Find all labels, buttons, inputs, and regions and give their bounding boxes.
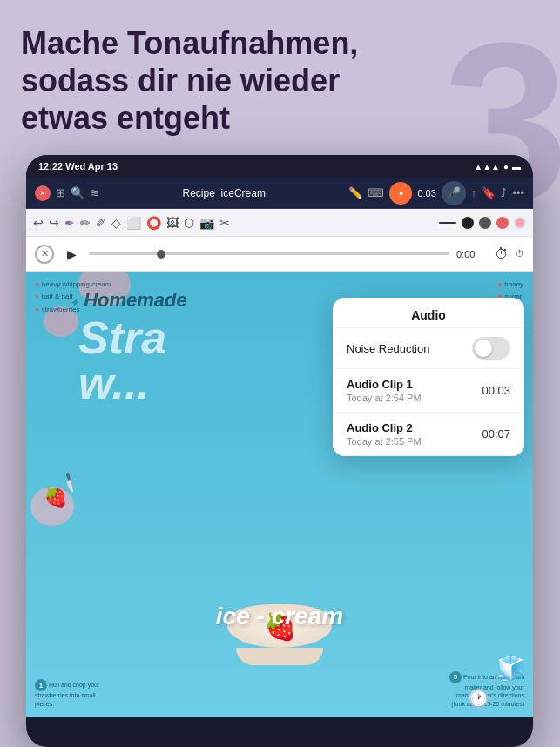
main-content: ● heavy whipping cream ● half & half ● s… bbox=[26, 272, 533, 717]
large-title-text: Straw... bbox=[78, 315, 166, 406]
crop-icon[interactable]: ✂ bbox=[219, 216, 230, 230]
camera-icon[interactable]: 📷 bbox=[199, 216, 214, 230]
clip-2-name: Audio Clip 2 bbox=[347, 421, 422, 434]
clip-1-duration: 00:03 bbox=[482, 384, 510, 397]
color-pink-active[interactable] bbox=[514, 217, 526, 229]
mic-button[interactable]: 🎤 bbox=[442, 181, 466, 205]
clip-2-time: Today at 2:55 PM bbox=[347, 436, 422, 447]
status-bar: 12:22 Wed Apr 13 ▲▲▲ ● ▬ bbox=[26, 155, 533, 178]
clip-1-info: Audio Clip 1 Today at 2:54 PM bbox=[347, 378, 422, 403]
redo-icon[interactable]: ↪ bbox=[49, 216, 59, 230]
wifi-icon: ● bbox=[503, 162, 509, 172]
image-icon[interactable]: 🖼 bbox=[166, 216, 179, 230]
lasso-icon[interactable]: ⭕ bbox=[146, 216, 161, 230]
noise-reduction-toggle[interactable] bbox=[472, 337, 510, 360]
clip-2-info: Audio Clip 2 Today at 2:55 PM bbox=[347, 421, 422, 447]
record-button[interactable]: ● bbox=[389, 182, 412, 205]
color-black[interactable] bbox=[462, 217, 474, 229]
audio-panel-header: Audio bbox=[333, 298, 524, 328]
more-icon[interactable]: ••• bbox=[512, 186, 524, 199]
close-button[interactable]: ✕ bbox=[35, 185, 51, 201]
audio-close-button[interactable]: ✕ bbox=[35, 245, 54, 264]
clip-2-duration: 00:07 bbox=[482, 427, 510, 441]
noise-reduction-label: Noise Reduction bbox=[347, 342, 429, 355]
audio-panel: Audio Noise Reduction Audio Clip 1 Today… bbox=[333, 298, 524, 456]
progress-indicator bbox=[157, 250, 165, 259]
share-icon[interactable]: ⤴ bbox=[501, 186, 507, 199]
waveform-icon: ≋ bbox=[90, 186, 99, 199]
shape-icon[interactable]: ◇ bbox=[111, 216, 121, 230]
clip-1-time: Today at 2:54 PM bbox=[347, 393, 422, 403]
export-icon[interactable]: ↑ bbox=[471, 186, 477, 199]
ipad-device: 12:22 Wed Apr 13 ▲▲▲ ● ▬ ✕ ⊞ 🔍 ≋ Recipe_… bbox=[26, 155, 533, 747]
recipe-title: ✦ Homemade bbox=[70, 289, 187, 312]
undo-icon[interactable]: ↩ bbox=[33, 216, 44, 230]
sticker-icon[interactable]: ⬡ bbox=[184, 216, 194, 230]
color-gray[interactable] bbox=[479, 217, 491, 229]
signal-icon: ▲▲▲ bbox=[474, 162, 500, 172]
timer-icon[interactable]: ⏱ bbox=[495, 246, 509, 262]
progress-bar[interactable] bbox=[89, 252, 449, 255]
ice-cream-subtitle: ice - cream bbox=[216, 602, 343, 630]
noise-reduction-row: Noise Reduction bbox=[333, 328, 524, 369]
drawing-toolbar: ↩ ↪ ✒ ✏ ✐ ◇ ⬜ ⭕ 🖼 ⬡ 📷 ✂ bbox=[26, 209, 533, 237]
audio-playback-bar: ✕ ▶ 0:00 ⏱ ⏱ bbox=[26, 237, 533, 272]
line-tool[interactable] bbox=[439, 222, 456, 224]
headline-section: Mache Tonaufnahmen, sodass dir nie wiede… bbox=[21, 24, 439, 138]
audio-clip-2-row[interactable]: Audio Clip 2 Today at 2:55 PM 00:07 bbox=[333, 413, 524, 456]
grid-icon[interactable]: ⊞ bbox=[56, 186, 65, 199]
audio-clip-1-row[interactable]: Audio Clip 1 Today at 2:54 PM 00:03 bbox=[333, 369, 524, 413]
toggle-knob bbox=[475, 340, 492, 357]
color-red[interactable] bbox=[496, 217, 509, 229]
highlighter-icon[interactable]: ✐ bbox=[96, 216, 106, 230]
keyboard-icon[interactable]: ⌨ bbox=[368, 186, 384, 199]
step-1-text: 1 Hull and chop your strawberries into s… bbox=[35, 679, 105, 709]
fridge-decoration: 🧊 bbox=[496, 654, 526, 683]
pencil-icon[interactable]: ✏️ bbox=[348, 186, 362, 199]
bookmark-icon[interactable]: 🔖 bbox=[482, 186, 496, 199]
clock-decoration: 🕐 bbox=[468, 688, 489, 709]
play-button[interactable]: ▶ bbox=[61, 244, 82, 265]
pen-icon[interactable]: ✒ bbox=[64, 216, 75, 230]
timer-end-icon[interactable]: ⏱ bbox=[516, 249, 524, 259]
top-toolbar: ✕ ⊞ 🔍 ≋ Recipe_iceCream ✏️ ⌨ ● 0:03 🎤 ↑ … bbox=[26, 178, 533, 209]
clip-1-name: Audio Clip 1 bbox=[347, 378, 422, 391]
status-time: 12:22 Wed Apr 13 bbox=[38, 161, 118, 172]
search-icon[interactable]: 🔍 bbox=[71, 186, 84, 199]
record-time: 0:03 bbox=[417, 188, 435, 199]
battery-icon: ▬ bbox=[512, 162, 521, 172]
playback-time: 0:00 bbox=[456, 249, 488, 259]
document-title: Recipe_iceCream bbox=[183, 187, 266, 199]
status-indicators: ▲▲▲ ● ▬ bbox=[474, 162, 521, 172]
pencil-tool-icon[interactable]: ✏ bbox=[80, 216, 91, 230]
headline-text: Mache Tonaufnahmen, sodass dir nie wiede… bbox=[21, 24, 439, 138]
eraser-icon[interactable]: ⬜ bbox=[126, 216, 141, 230]
